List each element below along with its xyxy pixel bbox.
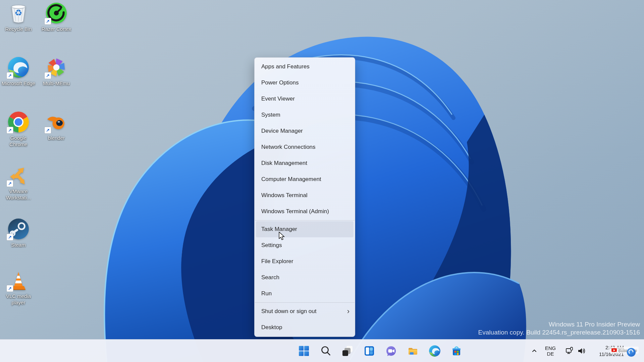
desktop-icon-multi-memu[interactable]: ↗ Multi-MEmu — [39, 56, 74, 86]
menu-item-label: File Explorer — [261, 258, 293, 264]
shortcut-arrow-icon: ↗ — [6, 234, 13, 241]
desktop-icon-label: VMware Workstati... — [1, 188, 36, 201]
menu-item-network-connections[interactable]: Network Connections — [255, 139, 355, 155]
stacked-windows-icon — [341, 345, 354, 357]
channel-avatar[interactable] — [627, 348, 636, 357]
menu-item-label: Settings — [261, 242, 282, 248]
tray-overflow-button[interactable] — [529, 346, 539, 356]
desktop-icon-label: blender — [39, 135, 74, 141]
shortcut-arrow-icon: ↗ — [44, 72, 51, 79]
menu-item-windows-terminal-admin[interactable]: Windows Terminal (Admin) — [255, 203, 355, 220]
channel-logo-icon — [627, 348, 636, 357]
menu-item-power-options[interactable]: Power Options — [255, 75, 355, 91]
shortcut-arrow-icon: ↗ — [44, 127, 51, 134]
watermark-line2: Evaluation copy. Build 22454.rs_prerelea… — [478, 328, 640, 337]
watermark-line1: Windows 11 Pro Insider Preview — [478, 320, 640, 328]
desktop-icon-razer-cortex[interactable]: ↗ Razer Cortex — [39, 2, 74, 32]
menu-item-task-manager[interactable]: Task Manager — [256, 221, 354, 237]
shortcut-arrow-icon: ↗ — [44, 18, 51, 25]
desktop-icon-label: Razer Cortex — [39, 26, 74, 32]
desktop-icon-google-chrome[interactable]: ↗ Google Chrome — [1, 111, 36, 147]
windows-logo-icon — [298, 345, 310, 357]
widgets-panel-icon — [363, 345, 375, 357]
task-view-button[interactable] — [340, 344, 355, 358]
menu-item-shut-down-or-sign-out[interactable]: Shut down or sign out › — [255, 303, 355, 319]
menu-item-label: Desktop — [261, 324, 282, 330]
network-display-icon — [565, 346, 574, 356]
menu-item-disk-management[interactable]: Disk Management — [255, 155, 355, 171]
menu-item-label: Apps and Features — [261, 63, 310, 70]
volume-tray-button[interactable] — [576, 345, 588, 357]
menu-item-label: Event Viewer — [261, 96, 295, 102]
widgets-button[interactable] — [362, 344, 377, 358]
shortcut-arrow-icon: ↗ — [6, 180, 13, 187]
chat-button[interactable] — [384, 344, 398, 358]
start-button[interactable] — [297, 344, 311, 358]
chevron-up-icon — [530, 347, 538, 355]
menu-item-system[interactable]: System — [255, 107, 355, 123]
speaker-icon — [577, 346, 586, 356]
edge-button[interactable] — [427, 344, 442, 358]
shortcut-arrow-icon: ↗ — [6, 72, 13, 79]
store-button[interactable] — [449, 344, 464, 358]
desktop-icon-blender[interactable]: ↗ blender — [39, 111, 74, 141]
taskbar-center-buttons — [297, 340, 464, 362]
desktop-icon-recycle-bin[interactable]: ♻ Recycle Bin — [1, 2, 36, 32]
desktop-icon-label: Google Chrome — [1, 135, 36, 147]
insider-watermark: Windows 11 Pro Insider Preview Evaluatio… — [478, 320, 640, 337]
menu-item-label: System — [261, 112, 280, 118]
menu-item-device-manager[interactable]: Device Manager — [255, 123, 355, 139]
desktop-icon-vmware-workstation[interactable]: ↗ VMware Workstati... — [1, 164, 36, 201]
windows-desktop: Windows 11 Pro Insider Preview Evaluatio… — [0, 0, 644, 362]
recycle-arrows-glyph: ♻ — [7, 8, 30, 18]
submenu-chevron-icon: › — [347, 303, 350, 319]
search-button[interactable] — [318, 344, 333, 358]
menu-separator — [255, 302, 355, 303]
shortcut-arrow-icon: ↗ — [6, 285, 13, 292]
menu-item-file-explorer[interactable]: File Explorer — [255, 253, 355, 269]
taskbar: ENG DE 2:43 AM 11/16/2021 — [0, 339, 644, 362]
menu-item-event-viewer[interactable]: Event Viewer — [255, 91, 355, 107]
shopping-bag-icon — [450, 345, 463, 357]
desktop-icon-microsoft-edge[interactable]: ↗ Microsoft Edge — [1, 56, 36, 86]
desktop-icon-label: Multi-MEmu — [39, 80, 74, 86]
desktop-icon-steam[interactable]: ↗ Steam — [1, 218, 36, 248]
menu-item-label: Network Connections — [261, 144, 316, 150]
desktop-icon-label: VLC media player — [1, 293, 36, 306]
menu-item-label: Windows Terminal — [261, 192, 308, 198]
menu-item-windows-terminal[interactable]: Windows Terminal — [255, 187, 355, 203]
file-explorer-button[interactable] — [406, 344, 420, 358]
menu-item-search[interactable]: Search — [255, 269, 355, 286]
menu-separator — [255, 220, 355, 221]
menu-item-label: Disk Management — [261, 160, 307, 166]
menu-item-settings[interactable]: Settings — [255, 237, 355, 253]
desktop-icon-vlc[interactable]: ↗ VLC media player — [1, 269, 36, 306]
magnifier-icon — [320, 345, 332, 357]
menu-item-label: Windows Terminal (Admin) — [261, 208, 329, 215]
desktop-icon-label: Recycle Bin — [1, 26, 36, 32]
language-line1: ENG — [541, 345, 559, 351]
language-line2: DE — [541, 351, 559, 357]
video-chat-bubble-icon — [385, 345, 397, 357]
menu-item-label: Shut down or sign out — [261, 308, 316, 314]
menu-item-label: Device Manager — [261, 128, 303, 134]
mouse-cursor — [278, 232, 286, 241]
network-tray-button[interactable] — [564, 345, 576, 357]
menu-item-label: Computer Management — [261, 176, 321, 182]
winx-context-menu: Apps and Features Power Options Event Vi… — [254, 57, 355, 337]
youtube-play-icon — [611, 348, 617, 352]
menu-item-run[interactable]: Run — [255, 286, 355, 302]
menu-item-computer-management[interactable]: Computer Management — [255, 171, 355, 187]
menu-item-label: Power Options — [261, 79, 299, 86]
folder-icon — [407, 345, 419, 357]
menu-item-apps-and-features[interactable]: Apps and Features — [255, 59, 355, 75]
edge-swirl-icon — [429, 345, 441, 357]
desktop-icon-label: Microsoft Edge — [1, 80, 36, 86]
desktop-icon-label: Steam — [1, 242, 36, 248]
language-indicator[interactable]: ENG DE — [541, 345, 559, 357]
menu-item-label: Search — [261, 274, 279, 281]
menu-item-label: Run — [261, 290, 272, 297]
shortcut-arrow-icon: ↗ — [6, 127, 13, 134]
menu-item-desktop[interactable]: Desktop — [255, 319, 355, 336]
